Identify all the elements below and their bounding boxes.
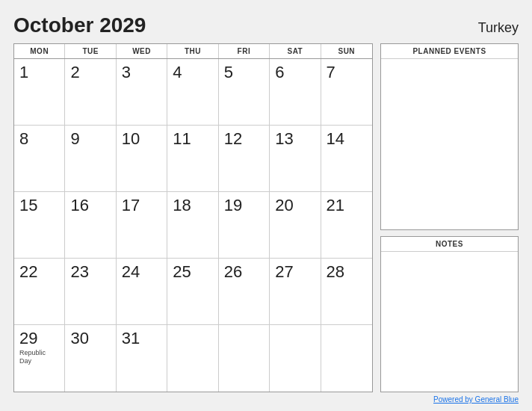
calendar-cell: 5 <box>219 59 270 126</box>
calendar-cell: 12 <box>219 126 270 192</box>
calendar-cell: 11 <box>167 126 218 192</box>
calendar-section: MONTUEWEDTHUFRISATSUN 123456789101112131… <box>13 43 373 392</box>
calendar-cell: 10 <box>117 126 167 192</box>
day-number: 10 <box>122 130 161 148</box>
calendar-cell: 6 <box>270 59 321 126</box>
calendar-cell-empty <box>321 325 372 392</box>
day-number: 30 <box>70 330 110 347</box>
calendar-cell: 21 <box>321 192 372 259</box>
country-title: Turkey <box>478 20 519 36</box>
calendar-cell: 7 <box>321 59 372 126</box>
calendar-cell: 29Republic Day <box>14 325 65 392</box>
calendar-cell: 19 <box>219 192 270 259</box>
calendar-cell: 8 <box>14 126 65 192</box>
calendar-cell: 15 <box>14 192 65 259</box>
calendar-cell: 16 <box>65 192 116 259</box>
planned-events-body <box>381 59 518 229</box>
footer-link[interactable]: Powered by General Blue <box>433 395 519 404</box>
calendar-cell: 2 <box>65 59 116 126</box>
notes-body <box>381 252 518 392</box>
calendar-cell: 28 <box>321 259 372 325</box>
day-header: TUE <box>65 44 116 58</box>
day-number: 23 <box>70 263 110 281</box>
day-number: 2 <box>70 64 110 81</box>
day-number: 26 <box>224 263 264 281</box>
calendar-cell: 17 <box>117 192 167 259</box>
calendar-cell: 14 <box>321 126 372 192</box>
day-number: 16 <box>70 197 110 214</box>
right-section: PLANNED EVENTS NOTES <box>380 43 519 392</box>
footer: Powered by General Blue <box>13 395 519 404</box>
calendar-cell: 13 <box>270 126 321 192</box>
day-number: 29 <box>19 330 59 347</box>
day-headers: MONTUEWEDTHUFRISATSUN <box>14 44 372 59</box>
day-header: SUN <box>321 44 372 58</box>
calendar-cell: 26 <box>219 259 270 325</box>
calendar-cell: 9 <box>65 126 116 192</box>
day-number: 19 <box>224 197 264 214</box>
day-number: 28 <box>327 263 367 281</box>
day-header: THU <box>167 44 218 58</box>
day-number: 11 <box>173 130 212 148</box>
day-number: 5 <box>224 64 264 81</box>
day-number: 15 <box>19 197 59 214</box>
day-number: 7 <box>327 64 367 81</box>
day-number: 8 <box>19 130 59 148</box>
day-number: 18 <box>173 197 212 214</box>
day-number: 25 <box>173 263 212 281</box>
day-number: 22 <box>19 263 59 281</box>
calendar-cell: 25 <box>167 259 218 325</box>
day-number: 4 <box>173 64 212 81</box>
calendar-cell: 18 <box>167 192 218 259</box>
calendar-cell: 30 <box>65 325 116 392</box>
header: October 2029 Turkey <box>13 13 519 37</box>
notes-panel: NOTES <box>380 236 519 392</box>
day-number: 20 <box>275 197 315 214</box>
day-number: 13 <box>275 130 315 148</box>
calendar-cell: 23 <box>65 259 116 325</box>
day-number: 24 <box>122 263 161 281</box>
calendar-cell: 31 <box>117 325 167 392</box>
calendar-cell: 24 <box>117 259 167 325</box>
day-number: 6 <box>275 64 315 81</box>
day-number: 9 <box>70 130 110 148</box>
calendar-cell-empty <box>167 325 218 392</box>
main-content: MONTUEWEDTHUFRISATSUN 123456789101112131… <box>13 43 519 392</box>
day-header: SAT <box>270 44 321 58</box>
day-number: 27 <box>275 263 315 281</box>
day-number: 21 <box>327 197 367 214</box>
page: October 2029 Turkey MONTUEWEDTHUFRISATSU… <box>0 0 532 411</box>
planned-events-header: PLANNED EVENTS <box>381 44 518 59</box>
day-number: 14 <box>327 130 367 148</box>
calendar-cell-empty <box>219 325 270 392</box>
event-label: Republic Day <box>19 349 59 365</box>
month-title: October 2029 <box>13 13 146 37</box>
calendar-cell: 3 <box>117 59 167 126</box>
calendar-cell: 1 <box>14 59 65 126</box>
calendar-cell: 27 <box>270 259 321 325</box>
planned-events-panel: PLANNED EVENTS <box>380 43 519 230</box>
day-header: FRI <box>219 44 270 58</box>
day-number: 31 <box>122 330 161 347</box>
day-number: 12 <box>224 130 264 148</box>
calendar-cell: 4 <box>167 59 218 126</box>
calendar-cell: 20 <box>270 192 321 259</box>
calendar-grid: 1234567891011121314151617181920212223242… <box>14 59 372 392</box>
day-header: MON <box>14 44 65 58</box>
notes-header: NOTES <box>381 237 518 252</box>
calendar-cell: 22 <box>14 259 65 325</box>
day-number: 3 <box>122 64 161 81</box>
calendar-cell-empty <box>270 325 321 392</box>
day-number: 17 <box>122 197 161 214</box>
day-header: WED <box>117 44 167 58</box>
day-number: 1 <box>19 64 59 81</box>
